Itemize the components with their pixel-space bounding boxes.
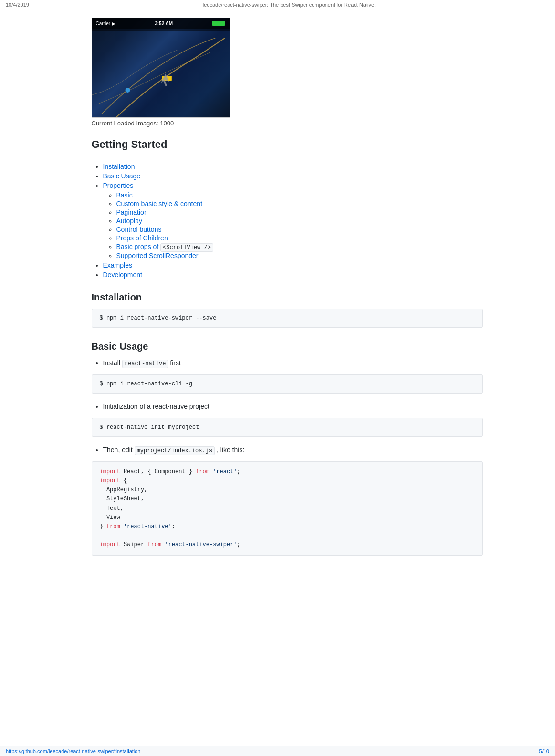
app-screenshot: Carrier ▶ 3:52 AM: [92, 18, 230, 118]
nav-link-examples[interactable]: Examples: [103, 261, 132, 269]
getting-started-heading: Getting Started: [92, 138, 483, 151]
nav-item-installation: Installation: [103, 163, 483, 170]
plain-2: { AppRegistry, StyleSheet, Text, View }: [100, 477, 148, 530]
kw-import-3: import: [100, 541, 120, 548]
semi-2: ;: [172, 523, 175, 530]
nav-link-basic-props-scrollview[interactable]: Basic props of <ScrollView />: [116, 243, 213, 250]
step3-list: Then, edit myproject/index.ios.js , like…: [92, 445, 483, 456]
basic-usage-section: Basic Usage Install react-native first $…: [92, 341, 483, 556]
kw-from-2: from: [106, 523, 120, 530]
str-2: 'react-native': [120, 523, 172, 530]
kw-import-2: import: [100, 477, 120, 484]
nav-link-basic-usage[interactable]: Basic Usage: [103, 172, 141, 180]
step1-command: $ npm i react-native-cli -g: [92, 374, 483, 394]
nav-link-autoplay[interactable]: Autoplay: [116, 217, 142, 225]
str-3: 'react-native-swiper': [161, 541, 237, 548]
nav-link-basic[interactable]: Basic: [116, 191, 133, 199]
getting-started-section: Getting Started Installation Basic Usage…: [92, 138, 483, 279]
kw-from-3: from: [147, 541, 161, 548]
installation-heading: Installation: [92, 292, 483, 303]
nav-item-development: Development: [103, 271, 483, 279]
step2-text: Initialization of a react-native project: [103, 403, 209, 410]
battery-icon: [212, 21, 225, 26]
nav-link-props-of-children[interactable]: Props of Children: [116, 234, 168, 242]
nav-link-pagination[interactable]: Pagination: [116, 208, 148, 216]
step3-suffix: , like this:: [217, 446, 244, 454]
kw-import-1: import: [100, 468, 120, 475]
code-example: import React, { Component } from 'react'…: [92, 461, 483, 556]
main-content: Carrier ▶ 3:52 AM Current Loaded Images:…: [63, 10, 492, 588]
svg-point-0: [125, 88, 130, 93]
basic-usage-heading: Basic Usage: [92, 341, 483, 352]
scrollview-tag-inline: <ScrollView />: [160, 243, 213, 252]
image-caption: Current Loaded Images: 1000: [92, 120, 483, 127]
semi-1: ;: [237, 468, 241, 475]
map-visualization: [92, 29, 230, 118]
nav-sub-basic: Basic: [116, 191, 483, 199]
nav-sub-pagination: Pagination: [116, 208, 483, 216]
step3-code: myproject/index.ios.js: [135, 446, 215, 455]
step1-code: react-native: [122, 360, 168, 368]
nav-sub-basic-props-scrollview: Basic props of <ScrollView />: [116, 243, 483, 251]
nav-sub-autoplay: Autoplay: [116, 217, 483, 225]
basic-usage-list: Install react-native first: [92, 358, 483, 369]
nav-sub-control-buttons: Control buttons: [116, 226, 483, 233]
section-divider: [92, 155, 483, 155]
phone-status-bar: Carrier ▶ 3:52 AM: [92, 18, 230, 29]
page-title: leecade/react-native-swiper: The best Sw…: [203, 2, 376, 8]
nav-link-development[interactable]: Development: [103, 271, 143, 279]
nav-sub-props-of-children: Props of Children: [116, 234, 483, 242]
top-bar: 10/4/2019 leecade/react-native-swiper: T…: [0, 0, 555, 10]
nav-item-basic-usage: Basic Usage: [103, 172, 483, 180]
nav-list: Installation Basic Usage Properties Basi…: [92, 163, 483, 279]
nav-link-properties[interactable]: Properties: [103, 182, 134, 189]
semi-3: ;: [237, 541, 241, 548]
step3-item: Then, edit myproject/index.ios.js , like…: [103, 445, 483, 456]
nav-item-properties: Properties Basic Custom basic style & co…: [103, 182, 483, 259]
step1-suffix: first: [170, 359, 181, 367]
phone-time: 3:52 AM: [155, 21, 173, 26]
nav-sub-custom-basic: Custom basic style & content: [116, 200, 483, 207]
date-label: 10/4/2019: [6, 2, 29, 8]
nav-link-installation[interactable]: Installation: [103, 163, 135, 170]
step1-item: Install react-native first: [103, 358, 483, 369]
nav-link-custom-basic[interactable]: Custom basic style & content: [116, 200, 203, 207]
nav-item-examples: Examples: [103, 261, 483, 269]
nav-sub-supported-scroll: Supported ScrollResponder: [116, 252, 483, 259]
carrier-label: Carrier ▶: [96, 21, 115, 26]
plain-1: React, { Component }: [120, 468, 196, 475]
nav-link-supported-scroll[interactable]: Supported ScrollResponder: [116, 252, 199, 259]
step3-text: Then, edit: [103, 446, 133, 454]
step2-list: Initialization of a react-native project: [92, 401, 483, 412]
kw-from-1: from: [196, 468, 209, 475]
installation-command: $ npm i react-native-swiper --save: [92, 309, 483, 328]
step1-text: Install: [103, 359, 121, 367]
step2-command: $ react-native init myproject: [92, 418, 483, 437]
nav-link-control-buttons[interactable]: Control buttons: [116, 226, 162, 233]
step2-item: Initialization of a react-native project: [103, 401, 483, 412]
plain-3: Swiper: [120, 541, 148, 548]
str-1: 'react': [209, 468, 237, 475]
installation-section: Installation $ npm i react-native-swiper…: [92, 292, 483, 328]
properties-sub-list: Basic Custom basic style & content Pagin…: [103, 191, 483, 259]
